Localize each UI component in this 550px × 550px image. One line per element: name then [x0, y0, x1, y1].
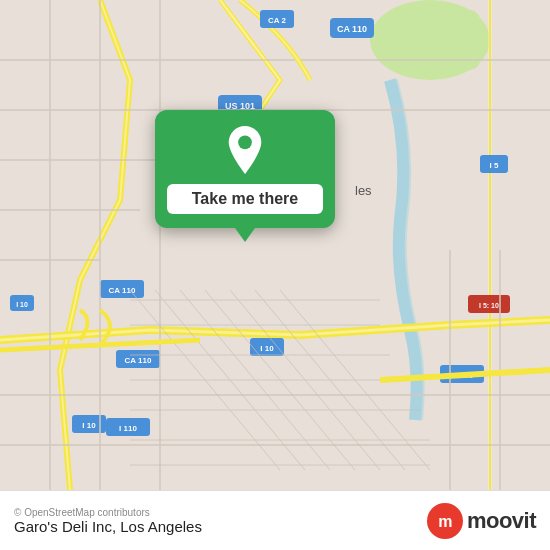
map-container[interactable]: CA 110 US 101 I 10 I 10 I 10 CA 110 CA 1…	[0, 0, 550, 490]
location-popup[interactable]: Take me there	[155, 110, 335, 228]
moovit-logo[interactable]: m moovit	[427, 503, 536, 539]
svg-text:CA 110: CA 110	[109, 286, 136, 295]
svg-text:m: m	[438, 513, 452, 530]
location-pin-icon	[221, 126, 269, 174]
svg-text:I 10: I 10	[16, 301, 28, 308]
svg-text:I 10: I 10	[82, 421, 96, 430]
take-me-there-button[interactable]: Take me there	[167, 184, 323, 214]
svg-point-56	[238, 135, 252, 149]
svg-text:les: les	[355, 183, 372, 198]
bottom-bar: © OpenStreetMap contributors Garo's Deli…	[0, 490, 550, 550]
svg-text:I 5: 10: I 5: 10	[479, 302, 499, 309]
place-info: © OpenStreetMap contributors Garo's Deli…	[14, 507, 202, 535]
svg-text:CA 110: CA 110	[337, 24, 367, 34]
svg-text:I 5: I 5	[490, 161, 499, 170]
map-background: CA 110 US 101 I 10 I 10 I 10 CA 110 CA 1…	[0, 0, 550, 490]
svg-text:I 10: I 10	[260, 344, 274, 353]
svg-text:I 110: I 110	[119, 424, 137, 433]
moovit-logo-icon: m	[427, 503, 463, 539]
place-name: Garo's Deli Inc, Los Angeles	[14, 518, 202, 535]
map-attribution: © OpenStreetMap contributors	[14, 507, 202, 518]
svg-rect-2	[390, 10, 480, 70]
svg-text:CA 110: CA 110	[125, 356, 152, 365]
svg-text:CA 2: CA 2	[268, 16, 286, 25]
moovit-text: moovit	[467, 508, 536, 534]
